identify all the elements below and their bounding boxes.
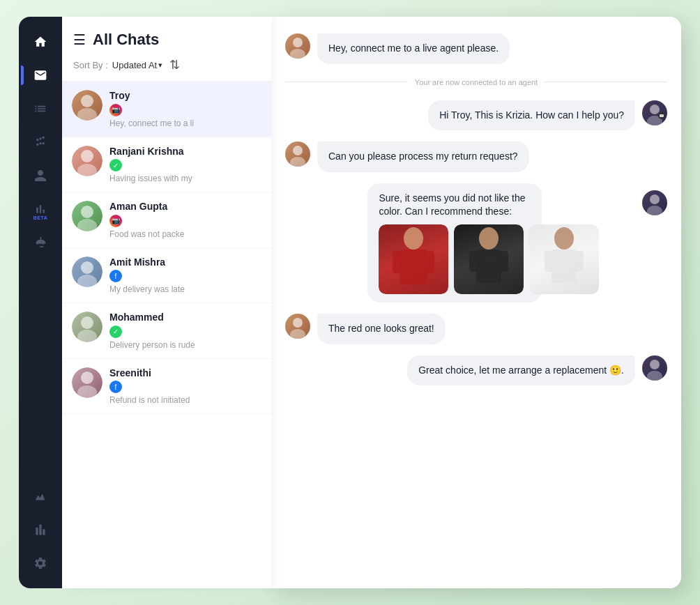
- agent-avatar: [642, 355, 667, 381]
- list-item[interactable]: Aman Gupta 📷 Food was not packe: [62, 192, 271, 248]
- sidebar: BETA: [19, 17, 62, 588]
- message-row: Sure, it seems you did not like the colo…: [285, 183, 667, 302]
- message-row: Hey, connect me to a live agent please.: [285, 33, 667, 64]
- svg-point-37: [647, 371, 662, 381]
- sidebar-icon-inbox[interactable]: [26, 61, 54, 89]
- svg-point-5: [77, 219, 97, 231]
- divider-line-left: [285, 82, 408, 82]
- connected-divider: Your are now connected to an agent: [285, 75, 667, 89]
- svg-point-0: [81, 95, 93, 107]
- sidebar-icon-activity[interactable]: [26, 482, 54, 510]
- svg-point-13: [290, 49, 305, 59]
- svg-point-36: [650, 360, 660, 369]
- sidebar-icon-layers[interactable]: [26, 95, 54, 123]
- message-bubble: Great choice, let me arrange a replaceme…: [407, 355, 635, 386]
- sidebar-icon-inbox2[interactable]: [26, 516, 54, 544]
- svg-point-2: [81, 150, 93, 162]
- contact-name: Aman Gupta: [109, 201, 261, 212]
- avatar: [285, 314, 310, 339]
- avatar: [72, 312, 102, 342]
- messages-container: Hey, connect me to a live agent please. …: [271, 17, 681, 588]
- whatsapp-badge: ✓: [109, 326, 122, 338]
- svg-point-33: [647, 206, 662, 215]
- instagram-badge: 📷: [109, 104, 122, 116]
- app-container: BETA ☰ All Chats Sort By : Updated At: [19, 17, 681, 588]
- svg-rect-17: [660, 114, 664, 117]
- svg-point-4: [81, 206, 93, 218]
- svg-point-7: [77, 275, 97, 287]
- svg-point-19: [290, 157, 305, 167]
- message-row: Hi Troy, This is Krizia. How can I help …: [285, 100, 667, 131]
- message-bubble: Sure, it seems you did not like the colo…: [367, 183, 541, 302]
- message-preview: Food was not packe: [109, 229, 261, 239]
- instagram-badge: 📷: [109, 215, 122, 227]
- list-item[interactable]: Mohammed ✓ Delivery person is rude: [62, 303, 271, 359]
- chat-content: Troy 📷 Hey, connect me to a li: [109, 90, 261, 128]
- chat-content: Ranjani Krishna ✓ Having issues with my: [109, 146, 261, 184]
- sort-order-icon[interactable]: ⇅: [169, 57, 180, 72]
- list-item[interactable]: Ranjani Krishna ✓ Having issues with my: [62, 137, 271, 193]
- svg-point-24: [479, 227, 499, 250]
- avatar: [285, 141, 310, 167]
- facebook-badge: f: [109, 381, 122, 393]
- platform-badge-row: 📷: [109, 102, 261, 116]
- chat-content: Amit Mishra f My delivery was late: [109, 256, 261, 295]
- product-images: [379, 224, 530, 294]
- contact-name: Ranjani Krishna: [109, 146, 261, 157]
- list-item[interactable]: Amit Mishra f My delivery was late: [62, 248, 271, 304]
- svg-point-35: [290, 329, 305, 339]
- divider-line-right: [545, 82, 667, 82]
- svg-rect-30: [545, 251, 556, 272]
- message-bubble: Hey, connect me to a live agent please.: [317, 33, 510, 64]
- platform-badge-row: 📷: [109, 213, 261, 227]
- agent-avatar: [642, 100, 667, 125]
- contact-name: Troy: [109, 90, 261, 101]
- chat-content: Sreenithi f Refund is not initiated: [109, 367, 261, 406]
- platform-badge-row: ✓: [109, 158, 261, 172]
- list-item[interactable]: Troy 📷 Hey, connect me to a li: [62, 82, 271, 137]
- platform-badge-row: f: [109, 269, 261, 283]
- message-bubble: Hi Troy, This is Krizia. How can I help …: [428, 100, 635, 131]
- message-row: Can you please process my return request…: [285, 141, 667, 172]
- svg-point-20: [404, 227, 423, 250]
- contact-name: Mohammed: [109, 312, 261, 323]
- platform-badge-row: ✓: [109, 324, 261, 338]
- divider-text: Your are now connected to an agent: [415, 78, 538, 86]
- sidebar-icon-home[interactable]: [26, 28, 54, 56]
- hamburger-icon[interactable]: ☰: [73, 31, 86, 48]
- contact-name: Sreenithi: [109, 367, 261, 378]
- sidebar-icon-user[interactable]: [26, 162, 54, 190]
- sidebar-icon-chart[interactable]: BETA: [26, 195, 54, 223]
- chat-area: Hey, connect me to a live agent please. …: [271, 17, 681, 588]
- svg-point-9: [77, 330, 97, 342]
- message-bubble: Can you please process my return request…: [317, 141, 529, 172]
- message-preview: Hey, connect me to a li: [109, 118, 261, 128]
- svg-point-12: [293, 38, 303, 47]
- svg-point-18: [293, 146, 303, 155]
- product-image-white: [529, 224, 599, 294]
- sidebar-icon-network[interactable]: [26, 128, 54, 156]
- svg-point-11: [77, 385, 97, 398]
- chat-content: Aman Gupta 📷 Food was not packe: [109, 201, 261, 239]
- message-preview: Having issues with my: [109, 174, 261, 183]
- sidebar-icon-bot[interactable]: [26, 229, 54, 256]
- sort-by-label: Sort By :: [73, 60, 108, 70]
- message-bubble: The red one looks great!: [317, 314, 446, 344]
- svg-point-34: [293, 318, 303, 328]
- chat-content: Mohammed ✓ Delivery person is rude: [109, 312, 261, 350]
- contact-name: Amit Mishra: [109, 256, 261, 268]
- sidebar-icon-settings[interactable]: [26, 549, 54, 577]
- facebook-badge: f: [109, 270, 122, 282]
- svg-point-1: [77, 108, 97, 121]
- chat-list-header: ☰ All Chats Sort By : Updated At ▾ ⇅: [62, 17, 271, 82]
- sort-row: Sort By : Updated At ▾ ⇅: [73, 57, 260, 72]
- avatar: [72, 146, 102, 176]
- list-item[interactable]: Sreenithi f Refund is not initiated: [62, 359, 271, 415]
- page-title: All Chats: [93, 31, 159, 49]
- whatsapp-badge: ✓: [109, 159, 122, 171]
- sort-value-dropdown[interactable]: Updated At ▾: [112, 60, 162, 70]
- svg-point-6: [81, 261, 93, 274]
- message-row: Great choice, let me arrange a replaceme…: [285, 355, 667, 386]
- chat-list: Troy 📷 Hey, connect me to a li Ranjani K…: [62, 82, 271, 588]
- svg-point-28: [554, 227, 574, 250]
